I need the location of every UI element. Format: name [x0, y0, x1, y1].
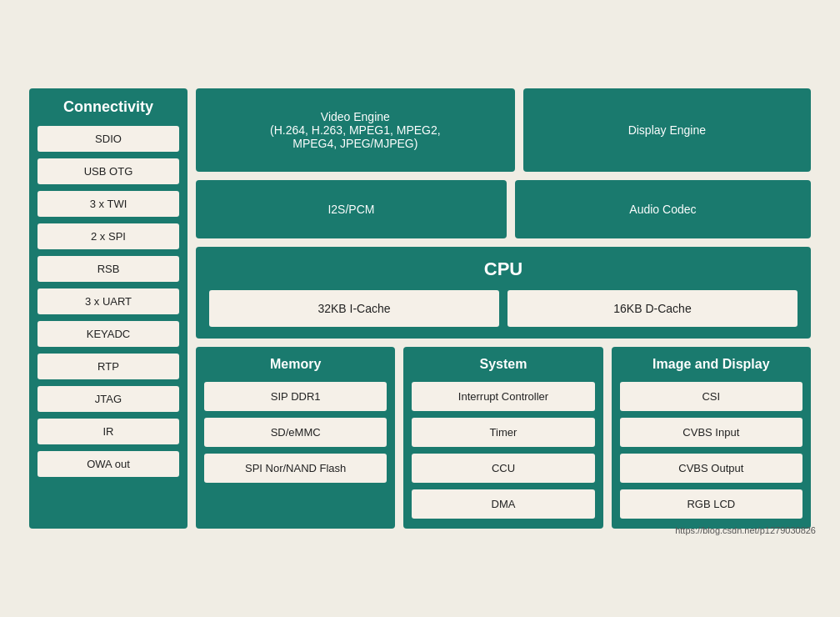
display-engine-label: Display Engine [628, 123, 706, 137]
connectivity-item: RSB [38, 256, 179, 282]
i2s-pcm-box: I2S/PCM [196, 180, 507, 238]
image-display-item: CVBS Output [620, 454, 802, 483]
video-engine-label: Video Engine(H.264, H.263, MPEG1, MPEG2,… [270, 110, 441, 150]
dcache-box: 16KB D-Cache [508, 290, 798, 327]
audio-codec-label: Audio Codec [629, 203, 696, 216]
i2s-pcm-label: I2S/PCM [328, 203, 374, 216]
audio-codec-box: Audio Codec [515, 180, 811, 238]
connectivity-item: JTAG [38, 386, 179, 412]
memory-panel: Memory SIP DDR1SD/eMMCSPI Nor/NAND Flash [196, 347, 395, 529]
dcache-label: 16KB D-Cache [613, 302, 691, 315]
system-item: Interrupt Controller [412, 382, 594, 411]
image-display-item: CVBS Input [620, 418, 802, 447]
connectivity-item: 3 x UART [38, 288, 179, 314]
connectivity-title: Connectivity [38, 98, 179, 116]
system-item: DMA [412, 489, 594, 519]
connectivity-item: RTP [38, 354, 179, 379]
top-row: Video Engine(H.264, H.263, MPEG1, MPEG2,… [196, 88, 811, 172]
system-panel: System Interrupt ControllerTimerCCUDMA [403, 347, 602, 529]
image-display-panel: Image and Display CSICVBS InputCVBS Outp… [612, 347, 811, 529]
image-display-item: CSI [620, 382, 802, 411]
system-item: CCU [412, 454, 594, 483]
second-row: I2S/PCM Audio Codec [196, 180, 811, 238]
memory-item: SPI Nor/NAND Flash [204, 454, 387, 483]
cpu-title: CPU [209, 258, 798, 280]
connectivity-item: USB OTG [38, 158, 179, 184]
system-title: System [412, 357, 594, 372]
cpu-panel: CPU 32KB I-Cache 16KB D-Cache [196, 247, 811, 339]
icache-box: 32KB I-Cache [209, 290, 499, 327]
connectivity-item: OWA out [38, 451, 179, 477]
image-display-title: Image and Display [620, 357, 802, 372]
connectivity-item: KEYADC [38, 321, 179, 347]
main-panel: Video Engine(H.264, H.263, MPEG1, MPEG2,… [196, 88, 811, 529]
connectivity-panel: Connectivity SDIOUSB OTG3 x TWI2 x SPIRS… [29, 88, 188, 529]
video-engine-box: Video Engine(H.264, H.263, MPEG1, MPEG2,… [196, 88, 515, 172]
display-engine-box: Display Engine [523, 88, 811, 172]
bottom-row: Memory SIP DDR1SD/eMMCSPI Nor/NAND Flash… [196, 347, 811, 529]
watermark: https://blog.csdn.net/p1279030826 [675, 525, 816, 535]
system-item: Timer [412, 418, 594, 447]
image-display-item: RGB LCD [620, 489, 802, 519]
memory-title: Memory [204, 357, 387, 372]
memory-item: SD/eMMC [204, 418, 387, 447]
memory-item: SIP DDR1 [204, 382, 387, 411]
connectivity-item: 2 x SPI [38, 223, 179, 249]
cpu-caches: 32KB I-Cache 16KB D-Cache [209, 290, 798, 327]
icache-label: 32KB I-Cache [318, 302, 390, 315]
connectivity-item: 3 x TWI [38, 191, 179, 217]
connectivity-item: IR [38, 419, 179, 444]
connectivity-item: SDIO [38, 126, 179, 152]
